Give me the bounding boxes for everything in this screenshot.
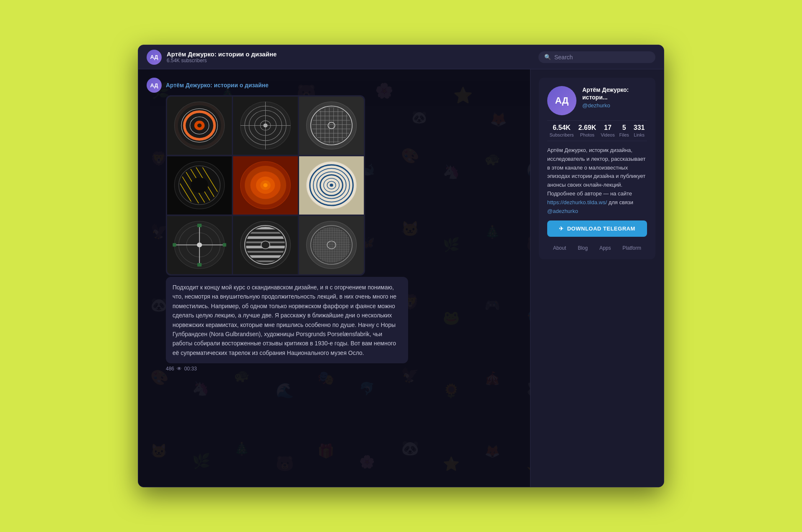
plate-4 <box>167 156 232 215</box>
message-wrapper: АД Артём Дежурко: истории о дизайне <box>147 78 522 372</box>
svg-point-122 <box>191 177 208 193</box>
links-label: Links <box>634 132 645 137</box>
stat-photos: 2.69K Photos <box>579 124 596 137</box>
plate-1 <box>167 96 232 155</box>
channel-info-card: АД Артём Дежурко: истори... @dezhurko 6.… <box>539 78 655 259</box>
svg-point-138 <box>330 184 333 187</box>
svg-rect-148 <box>223 243 226 246</box>
chat-area[interactable]: АД Артём Дежурко: истории о дизайне <box>138 69 530 487</box>
channel-desc-suffix: для связи <box>609 199 633 205</box>
svg-point-129 <box>263 183 267 187</box>
title-bar-left: АД Артём Дежурко: истории о дизайне 6.54… <box>147 50 277 65</box>
title-info: Артём Дежурко: истории о дизайне 6.54K s… <box>167 51 277 63</box>
links-value: 331 <box>634 124 645 132</box>
svg-point-162 <box>261 241 270 249</box>
channel-website-link[interactable]: https://dezhurko.tilda.ws/ <box>547 199 607 205</box>
stat-videos: 17 Videos <box>601 124 614 137</box>
image-grid-bubble <box>166 95 365 276</box>
plate-7 <box>167 216 232 274</box>
stat-links: 331 Links <box>634 124 645 137</box>
svg-point-149 <box>197 243 202 247</box>
subscribers-value: 6.54K <box>553 124 571 132</box>
channel-description: Артём Дежурко, историк дизайна, исследов… <box>547 146 647 215</box>
title-bar: АД Артём Дежурко: истории о дизайне 6.54… <box>138 45 664 69</box>
message-sender: АД Артём Дежурко: истории о дизайне <box>147 78 269 93</box>
footer-blog[interactable]: Blog <box>578 245 588 251</box>
footer-about[interactable]: About <box>553 245 566 251</box>
channel-contact-link[interactable]: @adezhurko <box>547 208 578 214</box>
right-panel: АД Артём Дежурко: истори... @dezhurko 6.… <box>530 69 664 487</box>
plate-5 <box>233 156 298 215</box>
channel-handle: @dezhurko <box>582 102 647 109</box>
svg-point-80 <box>197 124 201 127</box>
svg-rect-159 <box>245 251 286 253</box>
plate-9 <box>299 216 364 274</box>
plate-grid <box>167 96 364 274</box>
subscribers-label: Subscribers <box>549 132 574 137</box>
photos-value: 2.69K <box>579 124 596 132</box>
app-window: АД Артём Дежурко: истории о дизайне 6.54… <box>138 45 664 487</box>
svg-rect-145 <box>197 224 201 227</box>
message-text-bubble: Подходит к концу мой курс о скандинавско… <box>166 277 408 363</box>
footer-apps[interactable]: Apps <box>599 245 611 251</box>
footer-platform[interactable]: Platform <box>622 245 641 251</box>
channel-subscribers-bar: 6.54K subscribers <box>167 58 277 63</box>
svg-point-89 <box>263 124 267 127</box>
plate-3 <box>299 96 364 155</box>
files-label: Files <box>619 132 629 137</box>
message-meta: 486 👁 00:33 <box>166 366 197 372</box>
plate-2 <box>233 96 298 155</box>
svg-rect-146 <box>197 263 201 266</box>
channel-avatar-small: АД <box>147 50 162 65</box>
channel-big-avatar: АД <box>547 86 576 115</box>
views-icon: 👁 <box>177 366 182 372</box>
message-time: 00:33 <box>184 366 197 372</box>
search-icon: 🔍 <box>544 54 551 60</box>
download-telegram-button[interactable]: ✈ DOWNLOAD TELEGRAM <box>547 220 647 237</box>
channel-header-info: Артём Дежурко: истори... @dezhurko <box>582 86 647 109</box>
stats-row: 6.54K Subscribers 2.69K Photos 17 Videos… <box>547 120 647 141</box>
message-body: Подходит к концу мой курс о скандинавско… <box>173 283 401 357</box>
sender-name: Артём Дежурко: истории о дизайне <box>166 82 269 89</box>
stat-subscribers: 6.54K Subscribers <box>549 124 574 137</box>
search-bar[interactable]: 🔍 <box>538 51 655 63</box>
channel-title-bar: Артём Дежурко: истории о дизайне <box>167 51 277 58</box>
svg-point-164 <box>307 221 357 269</box>
channel-header-row: АД Артём Дежурко: истори... @dezhurko <box>547 86 647 115</box>
message-views: 486 <box>166 366 174 372</box>
files-value: 5 <box>622 124 626 132</box>
plate-8 <box>233 216 298 274</box>
videos-label: Videos <box>601 132 614 137</box>
channel-full-name: Артём Дежурко: истори... <box>582 86 647 101</box>
svg-point-91 <box>307 102 357 149</box>
videos-value: 17 <box>604 124 612 132</box>
download-btn-label: DOWNLOAD TELEGRAM <box>567 225 635 232</box>
sender-avatar: АД <box>147 78 162 93</box>
search-input[interactable] <box>554 54 650 61</box>
main-content: 🌿 🐱 🎄 🦋 🐻 🎁 🌸 🐼 ⭐ 🦊 🌙 🎃 🐘 🦁 🐸 🎮 🐦 🌺 🐋 <box>138 69 664 487</box>
footer-links: About Blog Apps Platform <box>547 242 647 251</box>
svg-rect-147 <box>173 243 176 246</box>
svg-rect-156 <box>245 236 286 239</box>
stat-files: 5 Files <box>619 124 629 137</box>
telegram-icon: ✈ <box>559 225 564 232</box>
photos-label: Photos <box>580 132 594 137</box>
plate-6 <box>299 156 364 215</box>
